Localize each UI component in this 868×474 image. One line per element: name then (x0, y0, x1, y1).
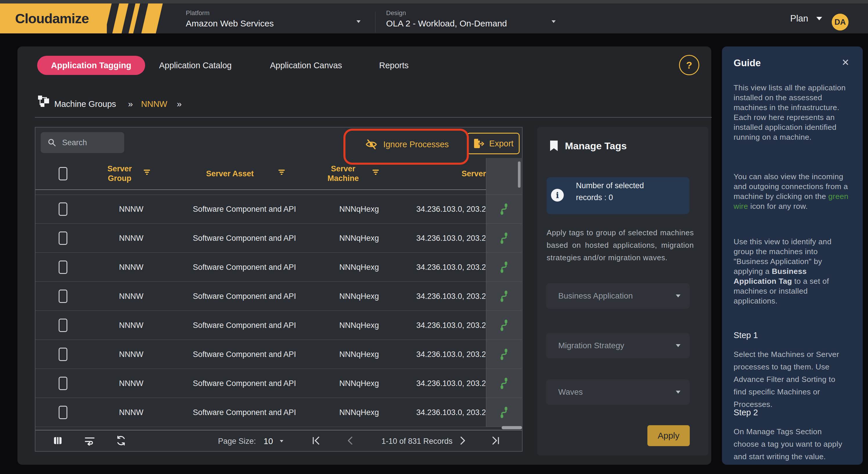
guide-step1-text: Select the Machines or Server processes … (734, 348, 849, 411)
wire-connections-icon[interactable] (486, 398, 522, 427)
business-application-select[interactable]: Business Application (546, 283, 690, 309)
next-page-button[interactable] (460, 436, 466, 446)
guide-panel: Guide ✕ This view lists all the applicat… (722, 47, 863, 465)
search-icon (48, 138, 56, 147)
help-icon[interactable]: ? (679, 55, 699, 75)
waves-label: Waves (558, 387, 583, 397)
records-count: 1-10 of 831 Records (381, 437, 453, 446)
breadcrumb-group-nnnw[interactable]: NNNW (141, 99, 167, 109)
wire-connections-icon[interactable] (486, 340, 522, 369)
ignore-processes-label: Ignore Processes (383, 140, 449, 149)
filter-icon[interactable] (372, 169, 379, 177)
tab-application-catalog[interactable]: Application Catalog (159, 56, 232, 75)
column-header-server-group[interactable]: Server Group (96, 164, 143, 183)
info-icon: i (551, 189, 564, 202)
cell-server-ips: 34.236.103.0, 203.24 (416, 195, 485, 224)
breadcrumb-machine-groups[interactable]: Machine Groups (54, 99, 116, 109)
apply-button[interactable]: Apply (647, 425, 690, 446)
row-checkbox[interactable] (59, 232, 67, 245)
waves-select[interactable]: Waves (546, 379, 690, 405)
cell-server-asset: Software Component and API (186, 224, 303, 253)
wire-connections-icon[interactable] (486, 253, 522, 282)
chevron-down-icon[interactable] (356, 20, 361, 23)
export-label: Export (489, 139, 514, 148)
scrolled-row-sliver (35, 189, 522, 195)
chevron-down-icon[interactable] (280, 440, 283, 442)
page-size-value[interactable]: 10 (264, 436, 273, 446)
tab-application-tagging[interactable]: Application Tagging (37, 56, 145, 75)
logo-text: Cloudamize (15, 10, 89, 26)
machine-groups-icon (37, 95, 50, 109)
row-checkbox[interactable] (59, 261, 67, 274)
cell-server-machine: NNNqHexg (320, 369, 398, 398)
cell-server-asset: Software Component and API (186, 398, 303, 427)
wire-connections-icon[interactable] (486, 311, 522, 340)
previous-page-button[interactable] (347, 436, 353, 446)
select-all-checkbox[interactable] (59, 167, 67, 180)
chevron-down-icon[interactable] (552, 20, 556, 23)
vertical-scrollbar-thumb[interactable] (518, 161, 521, 188)
column-header-server-asset[interactable]: Server Asset (186, 169, 274, 179)
cloudamize-logo[interactable]: Cloudamize ™ (0, 3, 174, 33)
chevron-down-icon (676, 344, 680, 347)
filter-icon[interactable] (278, 169, 285, 177)
logo-stripe (141, 3, 163, 33)
refresh-icon[interactable] (116, 435, 127, 447)
wrap-rows-icon[interactable] (84, 436, 95, 447)
wire-connections-icon[interactable] (486, 195, 522, 224)
row-checkbox[interactable] (59, 290, 67, 303)
ignore-processes-button[interactable]: Ignore Processes (349, 130, 465, 158)
main-card: Application Tagging Application Catalog … (18, 47, 711, 465)
cell-server-ips: 34.236.103.0, 203.24 (416, 311, 485, 340)
chevron-down-icon (676, 391, 680, 393)
wire-connections-icon[interactable] (486, 224, 522, 253)
wire-connections-icon[interactable] (486, 282, 522, 311)
cell-server-asset: Software Component and API (186, 253, 303, 282)
column-header-server-machine[interactable]: Server Machine (320, 164, 366, 183)
row-checkbox[interactable] (59, 319, 67, 332)
close-icon[interactable]: ✕ (842, 57, 849, 68)
cell-server-group: NNNW (108, 398, 154, 427)
export-icon (473, 138, 485, 149)
tab-reports[interactable]: Reports (379, 56, 409, 75)
cell-server-group: NNNW (108, 340, 154, 369)
migration-strategy-label: Migration Strategy (558, 341, 624, 350)
cell-server-group: NNNW (108, 253, 154, 282)
manage-tags-panel: Manage Tags i Number of selected records… (537, 127, 708, 455)
migration-strategy-select[interactable]: Migration Strategy (546, 333, 690, 358)
cell-server-group: NNNW (108, 282, 154, 311)
table-header-row: Server Group Server Asset Server Machine… (35, 158, 522, 190)
table-footer: Page Size: 10 1-10 of 831 Records (35, 430, 522, 452)
table-row: NNNW Software Component and API NNNqHexg… (35, 340, 522, 369)
horizontal-scrollbar-thumb[interactable] (502, 426, 522, 429)
tab-application-canvas[interactable]: Application Canvas (270, 56, 342, 75)
filter-icon[interactable] (144, 169, 150, 177)
last-page-button[interactable] (491, 436, 500, 446)
row-checkbox[interactable] (59, 348, 67, 361)
cell-server-ips: 34.236.103.0, 203.24 (416, 398, 485, 427)
eye-off-icon (365, 139, 377, 150)
breadcrumb-separator: » (128, 99, 133, 109)
cell-server-group: NNNW (108, 224, 154, 253)
search-box[interactable] (41, 132, 124, 153)
wire-connections-icon[interactable] (486, 369, 522, 398)
cell-server-machine: NNNqHexg (320, 398, 398, 427)
avatar[interactable]: DA (832, 13, 848, 30)
top-strip (0, 0, 868, 3)
row-checkbox[interactable] (59, 377, 67, 390)
platform-select[interactable]: Platform Amazon Web Services (186, 9, 274, 28)
first-page-button[interactable] (312, 436, 320, 446)
plan-menu[interactable]: Plan (790, 13, 822, 24)
cell-server-ips: 34.236.103.0, 203.24 (416, 282, 485, 311)
row-checkbox[interactable] (59, 406, 67, 419)
table-body: NNNW Software Component and API NNNqHexg… (35, 195, 522, 427)
row-checkbox[interactable] (59, 202, 67, 216)
cell-server-machine: NNNqHexg (320, 340, 398, 369)
export-button[interactable]: Export (467, 133, 520, 154)
search-input[interactable] (62, 138, 118, 148)
design-select[interactable]: Design OLA 2 - Workload, On-Demand (386, 9, 507, 28)
manage-tags-title: Manage Tags (565, 140, 627, 152)
header-divider (375, 11, 375, 32)
column-chooser-icon[interactable] (53, 436, 63, 447)
cell-server-group: NNNW (108, 311, 154, 340)
